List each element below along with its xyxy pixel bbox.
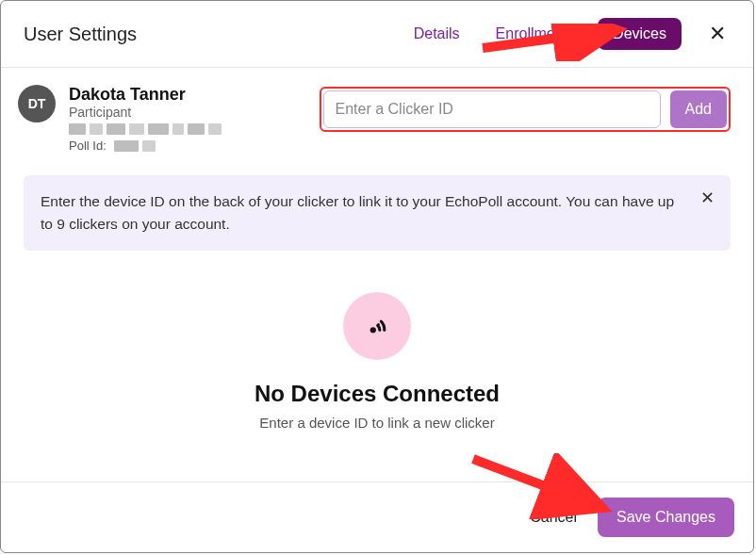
cancel-button[interactable]: Cancel — [530, 509, 577, 526]
info-banner-text: Enter the device ID on the back of your … — [41, 193, 674, 232]
add-device-form: Add — [257, 87, 731, 132]
empty-state: No Devices Connected Enter a device ID t… — [24, 292, 731, 431]
modal-header: User Settings Details Enrollments Device… — [1, 1, 753, 68]
add-button[interactable]: Add — [670, 90, 727, 128]
empty-state-subtitle: Enter a device ID to link a new clicker — [259, 415, 494, 431]
satellite-icon — [343, 292, 411, 360]
user-row: DT Dakota Tanner Participant — [24, 68, 731, 162]
close-icon: ✕ — [709, 22, 726, 46]
tab-details[interactable]: Details — [401, 20, 473, 48]
user-meta: Poll Id: — [69, 123, 257, 153]
user-settings-modal: User Settings Details Enrollments Device… — [0, 0, 754, 553]
user-info: Dakota Tanner Participant Poll Id: — [69, 85, 257, 153]
user-name: Dakota Tanner — [69, 85, 257, 105]
modal-body: DT Dakota Tanner Participant — [1, 68, 753, 482]
modal-title: User Settings — [24, 24, 137, 45]
empty-state-title: No Devices Connected — [255, 381, 500, 407]
user-role: Participant — [69, 105, 257, 120]
info-banner: Enter the device ID on the back of your … — [24, 175, 731, 251]
avatar: DT — [18, 85, 56, 122]
clicker-id-input[interactable] — [323, 90, 661, 128]
redacted-line — [69, 123, 257, 135]
tab-devices[interactable]: Devices — [598, 18, 682, 50]
modal-footer: Cancel Save Changes — [1, 482, 753, 552]
info-dismiss-button[interactable]: ✕ — [697, 188, 717, 209]
add-device-highlight: Add — [320, 87, 731, 132]
poll-id-label: Poll Id: — [69, 139, 107, 153]
poll-id-row: Poll Id: — [69, 139, 257, 153]
close-icon: ✕ — [700, 186, 715, 212]
svg-point-0 — [370, 327, 376, 333]
save-changes-button[interactable]: Save Changes — [598, 498, 734, 537]
tab-enrollments[interactable]: Enrollments — [483, 20, 588, 48]
close-button[interactable]: ✕ — [704, 21, 731, 47]
